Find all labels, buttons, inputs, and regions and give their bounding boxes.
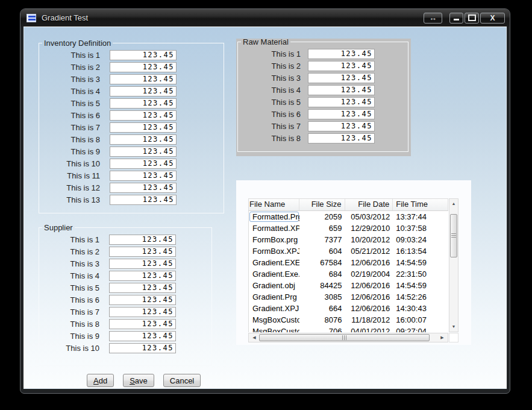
grid-row[interactable]: Gradient.XPJ 664 12/06/2016 14:30:43	[249, 303, 448, 314]
value-input[interactable]	[110, 171, 177, 181]
column-header-file-name[interactable]: File Name	[249, 199, 299, 210]
grid-cell-date[interactable]: 12/29/2010	[345, 222, 393, 234]
minimize-button[interactable]	[449, 13, 463, 24]
grid-cell-size[interactable]: 684	[299, 268, 345, 280]
value-input[interactable]	[110, 50, 177, 60]
column-header-file-date[interactable]: File Date	[345, 199, 393, 210]
grid-row[interactable]: Gradient.Prg 3085 12/06/2016 14:52:26	[249, 291, 448, 303]
vertical-scrollbar-thumb[interactable]	[450, 214, 457, 257]
grid-cell-time[interactable]: 16:13:54	[393, 245, 448, 257]
value-input[interactable]	[109, 283, 176, 293]
grid-cell-time[interactable]: 09:27:04	[393, 326, 448, 332]
value-input[interactable]	[109, 295, 176, 305]
grid-cell-date[interactable]: 10/20/2012	[345, 234, 393, 245]
grid-cell-date[interactable]: 02/19/2004	[345, 268, 393, 280]
value-input[interactable]	[308, 73, 375, 83]
value-input[interactable]	[110, 134, 177, 145]
value-input[interactable]	[110, 86, 177, 96]
grid-cell-date[interactable]: 12/06/2016	[345, 257, 393, 268]
grid-cell-time[interactable]: 16:00:07	[393, 314, 448, 326]
grid-cell-time[interactable]: 14:54:59	[393, 280, 448, 291]
grid-cell-time[interactable]: 10:37:58	[393, 222, 448, 234]
grid-cell-time[interactable]: 14:52:26	[393, 291, 448, 303]
grid-cell-time[interactable]: 14:54:59	[393, 257, 448, 268]
maximize-button[interactable]	[465, 13, 479, 24]
grid-cell-size[interactable]: 659	[299, 222, 345, 234]
horizontal-scrollbar[interactable]: ◀ ▶	[248, 333, 448, 342]
value-input[interactable]	[109, 247, 176, 257]
value-input[interactable]	[109, 319, 176, 329]
cancel-button[interactable]: Cancel	[163, 374, 201, 387]
vertical-scrollbar[interactable]: ▲ ▼	[449, 198, 458, 332]
grid-row[interactable]: MsgBoxCusto... 8076 11/18/2012 16:00:07	[249, 314, 448, 326]
grid-cell-name[interactable]: Gradient.Exe....	[249, 268, 299, 280]
value-input[interactable]	[110, 110, 177, 121]
value-input[interactable]	[308, 97, 375, 107]
value-input[interactable]	[110, 74, 177, 84]
grid-cell-size[interactable]: 7377	[299, 234, 345, 245]
grid-cell-date[interactable]: 12/06/2016	[345, 280, 393, 291]
grid-cell-name[interactable]: MsgBoxCusto...	[249, 326, 299, 332]
scroll-up-icon[interactable]: ▲	[450, 201, 457, 207]
grid-cell-size[interactable]: 84425	[299, 280, 345, 291]
close-button[interactable]: X	[480, 13, 505, 24]
value-input[interactable]	[110, 98, 177, 109]
grid-cell-name[interactable]: Formatted.Prg	[249, 211, 299, 222]
grid-cell-date[interactable]: 04/01/2012	[345, 326, 393, 332]
horizontal-scrollbar-thumb[interactable]	[259, 334, 430, 341]
grid-cell-name[interactable]: Gradient.Prg	[249, 291, 299, 303]
grid-cell-date[interactable]: 11/18/2012	[345, 314, 393, 326]
add-button[interactable]: Add	[87, 374, 114, 387]
column-header-file-size[interactable]: File Size	[299, 199, 345, 210]
grid-row[interactable]: Gradient.obj 84425 12/06/2016 14:54:59	[249, 280, 448, 291]
grid-cell-size[interactable]: 604	[299, 245, 345, 257]
grid-row[interactable]: Formatted.Prg 2059 05/03/2012 13:37:44	[249, 211, 448, 222]
value-input[interactable]	[110, 62, 177, 72]
grid-cell-name[interactable]: Gradient.EXE	[249, 257, 299, 268]
grid-cell-time[interactable]: 22:31:50	[393, 268, 448, 280]
grid-cell-date[interactable]: 05/03/2012	[345, 211, 393, 222]
value-input[interactable]	[109, 259, 176, 269]
grid-cell-time[interactable]: 13:37:44	[393, 211, 448, 222]
value-input[interactable]	[110, 147, 177, 157]
value-input[interactable]	[308, 121, 375, 131]
value-input[interactable]	[109, 343, 176, 353]
scroll-left-icon[interactable]: ◀	[251, 335, 258, 341]
value-input[interactable]	[109, 307, 176, 317]
grid-row[interactable]: MsgBoxCusto... 706 04/01/2012 09:27:04	[249, 326, 448, 332]
value-input[interactable]	[110, 183, 177, 193]
title-bar[interactable]: Gradient Test ↔ X	[20, 9, 510, 27]
save-button[interactable]: Save	[123, 374, 154, 387]
value-input[interactable]	[109, 271, 176, 281]
grid-cell-size[interactable]: 706	[299, 326, 345, 332]
value-input[interactable]	[308, 61, 375, 71]
grid-cell-size[interactable]: 8076	[299, 314, 345, 326]
value-input[interactable]	[308, 85, 375, 95]
value-input[interactable]	[110, 122, 177, 133]
grid-cell-time[interactable]: 14:30:43	[393, 303, 448, 314]
grid-cell-name[interactable]: FormBox.XPJ	[249, 245, 299, 257]
grid-cell-name[interactable]: Gradient.obj	[249, 280, 299, 291]
grid-cell-date[interactable]: 12/06/2016	[345, 303, 393, 314]
value-input[interactable]	[308, 109, 375, 119]
scroll-right-icon[interactable]: ▶	[439, 335, 446, 341]
value-input[interactable]	[109, 235, 176, 245]
value-input[interactable]	[110, 195, 177, 205]
grid-cell-time[interactable]: 09:03:24	[393, 234, 448, 245]
value-input[interactable]	[308, 49, 375, 59]
grid-cell-name[interactable]: Formatted.XPJ	[249, 222, 299, 234]
grid-row[interactable]: FormBox.XPJ 604 05/21/2012 16:13:54	[249, 245, 448, 257]
grid-cell-date[interactable]: 05/21/2012	[345, 245, 393, 257]
grid-cell-size[interactable]: 2059	[299, 211, 345, 222]
grid-cell-size[interactable]: 3085	[299, 291, 345, 303]
column-header-file-time[interactable]: File Time	[393, 199, 448, 210]
value-input[interactable]	[308, 133, 375, 144]
grid-row[interactable]: Formatted.XPJ 659 12/29/2010 10:37:58	[249, 222, 448, 234]
grid-cell-date[interactable]: 12/06/2016	[345, 291, 393, 303]
value-input[interactable]	[109, 331, 176, 341]
grid-cell-size[interactable]: 67584	[299, 257, 345, 268]
grid-cell-name[interactable]: Gradient.XPJ	[249, 303, 299, 314]
grid-row[interactable]: Gradient.Exe.... 684 02/19/2004 22:31:50	[249, 268, 448, 280]
grid-row[interactable]: Gradient.EXE 67584 12/06/2016 14:54:59	[249, 257, 448, 268]
grid-cell-name[interactable]: MsgBoxCusto...	[249, 314, 299, 326]
